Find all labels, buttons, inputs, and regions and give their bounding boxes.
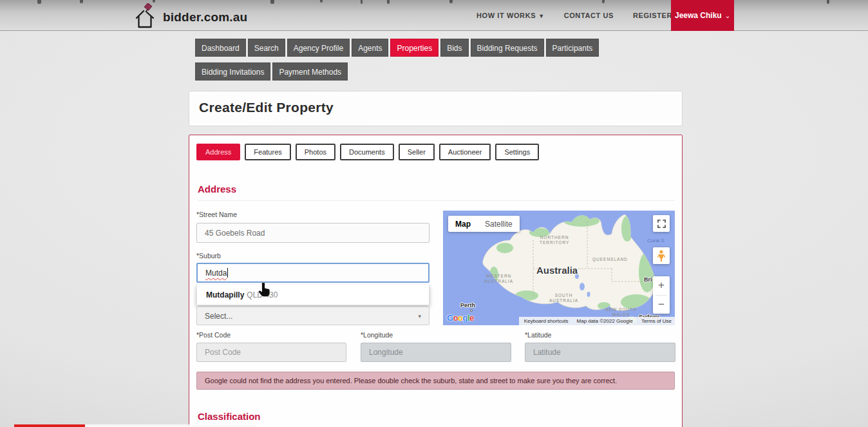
chevron-down-icon: ▾ — [418, 313, 421, 319]
map-attribution-bar: Keyboard shortcuts Map data ©2022 Google… — [519, 317, 675, 325]
mouse-cursor-icon — [258, 281, 272, 300]
map-label-new-south-wales: NEW SOUTH WALES — [605, 307, 637, 318]
postcode-label: *Post Code — [196, 331, 231, 339]
tab-bidding-invitations[interactable]: Bidding Invitations — [195, 62, 270, 81]
tab-participants[interactable]: Participants — [546, 39, 599, 57]
form-tab-seller[interactable]: Seller — [399, 144, 435, 160]
form-tab-strip: Address Features Photos Documents Seller… — [196, 144, 539, 160]
brand-name: bidder.com.au — [163, 10, 247, 24]
map-zoom-control: + − — [653, 276, 670, 314]
map-label-perth: Perth — [460, 302, 475, 308]
longitude-label: *Longitude — [361, 331, 393, 339]
top-header: bidder.com.au HOW IT WORKS▼ CONTACT US R… — [0, 0, 868, 31]
fullscreen-icon — [657, 220, 666, 228]
user-name: Jeewa Chiku — [675, 11, 722, 20]
text-caret — [227, 268, 228, 278]
map-label-northern-territory: NORTHERN TERRITORY — [540, 235, 569, 245]
google-map[interactable]: NORTHERN TERRITORY QUEENSLAND WESTERN AU… — [443, 211, 675, 325]
map-label-brisbane: Bri — [644, 276, 652, 283]
zoom-in-button[interactable]: + — [653, 276, 670, 295]
nav-how-it-works[interactable]: HOW IT WORKS▼ — [476, 12, 545, 19]
map-label-queensland: QUEENSLAND — [592, 257, 628, 262]
state-select[interactable]: Select... ▾ — [196, 307, 429, 325]
map-label-coral-sea: Coral S — [647, 238, 665, 243]
google-logo: Google — [447, 313, 474, 323]
zoom-out-button[interactable]: − — [653, 296, 670, 314]
geocode-error-message: Google could not find the address you en… — [196, 372, 675, 390]
map-type-control: Map Satellite — [448, 216, 520, 232]
page-title: Create/Edit Property — [199, 100, 682, 115]
section-divider — [198, 200, 675, 201]
tab-agents[interactable]: Agents — [352, 39, 388, 57]
map-label-western-australia: WESTERN AUSTRALIA — [484, 274, 513, 284]
fullscreen-button[interactable] — [653, 215, 670, 232]
form-tab-documents[interactable]: Documents — [340, 144, 394, 160]
form-tab-auctioneer[interactable]: Auctioneer — [439, 144, 491, 160]
map-label-south-australia: SOUTH AUSTRALIA — [549, 293, 578, 303]
suburb-input[interactable]: Mutda — [196, 263, 429, 283]
tab-agency-profile[interactable]: Agency Profile — [287, 39, 350, 57]
map-data-attribution: Map data ©2022 Google — [577, 318, 633, 324]
form-tab-photos[interactable]: Photos — [296, 144, 335, 160]
nav-contact-us[interactable]: CONTACT US — [564, 12, 614, 19]
postcode-input[interactable] — [196, 343, 346, 362]
street-name-input[interactable] — [196, 223, 429, 243]
pegman-icon — [657, 250, 665, 262]
satellite-view-button[interactable]: Satellite — [478, 220, 520, 229]
map-label-australia: Australia — [536, 265, 578, 276]
tab-properties[interactable]: Properties — [390, 39, 439, 57]
classification-section-heading: Classification — [198, 411, 261, 422]
tab-search[interactable]: Search — [248, 39, 285, 57]
suburb-label: *Suburb — [196, 252, 221, 260]
longitude-input — [361, 343, 511, 362]
suggestion-item-primary[interactable]: Mutdapilly — [206, 290, 244, 299]
brand-logo[interactable]: bidder.com.au — [133, 3, 247, 32]
tab-bidding-requests[interactable]: Bidding Requests — [471, 39, 544, 57]
tab-dashboard[interactable]: Dashboard — [195, 39, 246, 57]
latitude-label: *Latitude — [525, 331, 551, 339]
terms-of-use-link[interactable]: Terms of Use — [641, 318, 672, 324]
state-select-placeholder: Select... — [205, 312, 232, 321]
house-gavel-icon — [133, 3, 157, 32]
keyboard-shortcuts-link[interactable]: Keyboard shortcuts — [524, 318, 569, 324]
main-tab-strip: Dashboard Search Agency Profile Agents P… — [195, 39, 641, 81]
chevron-down-icon: ⌄ — [725, 12, 730, 19]
address-section-heading: Address — [198, 184, 236, 195]
chevron-down-icon: ▼ — [538, 13, 545, 19]
tab-bids[interactable]: Bids — [440, 39, 468, 57]
form-tab-features[interactable]: Features — [245, 144, 290, 160]
latitude-input — [525, 343, 675, 362]
perth-marker-dot — [470, 309, 473, 312]
user-menu-button[interactable]: Jeewa Chiku ⌄ — [671, 0, 734, 31]
street-name-label: *Street Name — [196, 211, 237, 218]
tab-payment-methods[interactable]: Payment Methods — [272, 62, 348, 81]
form-tab-settings[interactable]: Settings — [495, 144, 539, 160]
suburb-typed-text: Mutda — [205, 269, 227, 278]
suburb-autocomplete-panel: Mutdapilly QLD 430 — [196, 285, 429, 305]
page-title-card: Create/Edit Property — [189, 91, 683, 126]
form-tab-address[interactable]: Address — [196, 144, 240, 160]
pegman-control[interactable] — [653, 247, 670, 264]
video-progress-played[interactable] — [14, 424, 85, 427]
map-view-button[interactable]: Map — [448, 220, 478, 229]
video-progress-buffered — [85, 424, 256, 427]
